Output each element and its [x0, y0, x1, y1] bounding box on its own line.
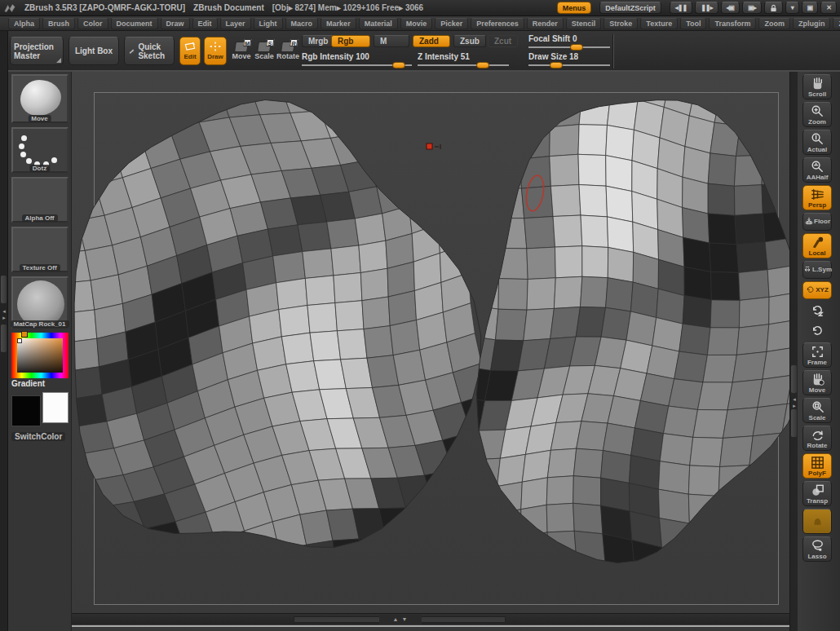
- zoom-button[interactable]: Zoom: [802, 102, 832, 127]
- current-tool-preview: [20, 80, 61, 116]
- scale-mode-button[interactable]: S Scale: [254, 37, 275, 65]
- draw-size-slider[interactable]: Draw Size 18: [528, 52, 610, 66]
- rgb-intensity-slider[interactable]: Rgb Intensity 100: [302, 52, 412, 66]
- menus-toggle-button[interactable]: Menus: [557, 2, 592, 14]
- lock-icon[interactable]: [764, 2, 783, 14]
- move-label: Move: [809, 386, 825, 394]
- divider-handle[interactable]: [791, 409, 797, 437]
- switch-color-button[interactable]: SwitchColor: [11, 432, 65, 441]
- ghost-button[interactable]: [802, 509, 832, 534]
- previous-document-icon[interactable]: ◂▣: [721, 2, 741, 14]
- menu-item-edit[interactable]: Edit: [192, 18, 218, 29]
- edit-mode-button[interactable]: Edit: [179, 37, 201, 65]
- z-intensity-handle[interactable]: [476, 62, 489, 68]
- menu-item-macro[interactable]: Macro: [285, 18, 319, 29]
- focal-shift-handle[interactable]: [570, 44, 583, 51]
- secondary-color-swatch[interactable]: [42, 392, 69, 423]
- floor-button[interactable]: Floor: [802, 213, 832, 231]
- draw-mode-button[interactable]: Draw: [204, 37, 227, 65]
- scroll-label: Scroll: [808, 90, 826, 98]
- rgb-intensity-handle[interactable]: [392, 62, 405, 68]
- perspective-icon: [810, 187, 825, 202]
- zcut-toggle[interactable]: Zcut: [488, 35, 518, 47]
- polyf-button[interactable]: PolyF: [802, 453, 832, 479]
- menu-item-material[interactable]: Material: [359, 18, 398, 29]
- mrgb-toggle[interactable]: Mrgb: [302, 35, 334, 47]
- move-mode-button[interactable]: M Move: [231, 37, 252, 65]
- local-button[interactable]: Local: [802, 233, 832, 258]
- sculpt-mesh-left[interactable]: [8, 72, 540, 631]
- menu-item-movie[interactable]: Movie: [400, 18, 433, 29]
- color-picker[interactable]: [11, 333, 69, 378]
- menu-item-picker[interactable]: Picker: [435, 18, 468, 29]
- menu-item-transform[interactable]: Transform: [709, 18, 756, 29]
- rotate-label: Rotate: [807, 442, 828, 449]
- matcap-rock-01-label: MatCap Rock_01: [10, 320, 69, 328]
- menu-item-tool[interactable]: Tool: [680, 18, 706, 29]
- left-tray-divider[interactable]: ◂▸: [0, 31, 8, 631]
- scroll-button[interactable]: Scroll: [802, 74, 832, 99]
- aahalf-button[interactable]: AAHalf: [802, 157, 832, 183]
- rotate-button[interactable]: Rotate: [802, 426, 832, 451]
- sculpt-viewport[interactable]: [8, 72, 789, 631]
- projection-master-button[interactable]: Projection Master: [10, 37, 64, 65]
- close-icon[interactable]: ✕: [820, 2, 837, 14]
- focal-shift-slider[interactable]: Focal Shift 0: [528, 34, 610, 48]
- rotate-mode-button[interactable]: R Rotate: [276, 37, 299, 65]
- menu-item-layer[interactable]: Layer: [220, 18, 251, 29]
- move-button[interactable]: Move: [802, 370, 832, 395]
- document-canvas[interactable]: ▲ ▼: [8, 72, 789, 631]
- menu-item-draw[interactable]: Draw: [161, 18, 190, 29]
- hand-scroll-icon: [810, 76, 825, 91]
- menu-item-light[interactable]: Light: [254, 18, 283, 29]
- divider-handle[interactable]: [1, 276, 7, 303]
- menu-item-zplugin[interactable]: Zplugin: [793, 18, 831, 29]
- rgb-toggle[interactable]: Rgb: [331, 35, 370, 47]
- saturation-square[interactable]: [17, 338, 63, 373]
- menu-item-render[interactable]: Render: [527, 18, 564, 29]
- main-color-swatch[interactable]: [11, 395, 41, 426]
- menu-item-document[interactable]: Document: [111, 18, 158, 29]
- menu-item-alpha[interactable]: Alpha: [8, 18, 40, 29]
- minimize-icon[interactable]: ▾: [785, 2, 799, 14]
- light-box-button[interactable]: Light Box: [69, 37, 119, 65]
- menu-item-preferences[interactable]: Preferences: [471, 18, 524, 29]
- tray-collapse-right-icon[interactable]: ❚❚▸: [695, 2, 718, 14]
- menu-item-zscript[interactable]: Zscript: [833, 18, 840, 29]
- menu-item-stencil[interactable]: Stencil: [566, 18, 602, 29]
- menu-item-color[interactable]: Color: [77, 18, 108, 29]
- actual-button[interactable]: Actual: [802, 130, 832, 155]
- bottom-tray-handle[interactable]: ▲ ▼: [379, 615, 422, 624]
- m-toggle[interactable]: M: [374, 35, 409, 47]
- transp-button[interactable]: Transp: [802, 481, 832, 506]
- default-zscript-button[interactable]: DefaultZScript: [599, 2, 661, 14]
- symmetry-arrows-icon: [802, 265, 812, 275]
- z-intensity-slider[interactable]: Z Intensity 51: [418, 52, 509, 66]
- frame-button[interactable]: Frame: [802, 342, 832, 368]
- tray-collapse-left-icon[interactable]: ◂❚❚: [670, 2, 692, 14]
- sculpt-mesh-right[interactable]: [444, 72, 789, 618]
- quick-sketch-button[interactable]: Quick Sketch: [124, 37, 175, 65]
- menu-item-zoom[interactable]: Zoom: [758, 18, 790, 29]
- zadd-toggle[interactable]: Zadd: [413, 35, 450, 47]
- divider-handle[interactable]: [1, 324, 7, 352]
- next-document-icon[interactable]: ▣▸: [742, 2, 762, 14]
- divider-handle[interactable]: [791, 365, 797, 393]
- draw-label: Draw: [207, 52, 223, 61]
- menu-item-marker[interactable]: Marker: [321, 18, 356, 29]
- zsub-toggle[interactable]: Zsub: [453, 35, 486, 47]
- lasso-button[interactable]: Lasso: [802, 536, 832, 562]
- rotate-z-button[interactable]: [802, 302, 832, 320]
- menu-item-texture[interactable]: Texture: [640, 18, 678, 29]
- persp-button[interactable]: Persp: [802, 185, 832, 210]
- menu-item-brush[interactable]: Brush: [42, 18, 75, 29]
- right-tray-divider[interactable]: ◂▸: [789, 72, 798, 631]
- rotate-doc-icon: R: [281, 42, 295, 52]
- l-sym-button[interactable]: L.Sym: [802, 261, 832, 279]
- rotate-y-button[interactable]: [802, 322, 832, 340]
- menu-item-stroke[interactable]: Stroke: [603, 18, 638, 29]
- scale-button[interactable]: Scale: [802, 398, 832, 423]
- restore-icon[interactable]: ▣: [802, 2, 819, 14]
- draw-size-handle[interactable]: [550, 62, 563, 68]
- xyz-button[interactable]: XYZ: [802, 281, 832, 299]
